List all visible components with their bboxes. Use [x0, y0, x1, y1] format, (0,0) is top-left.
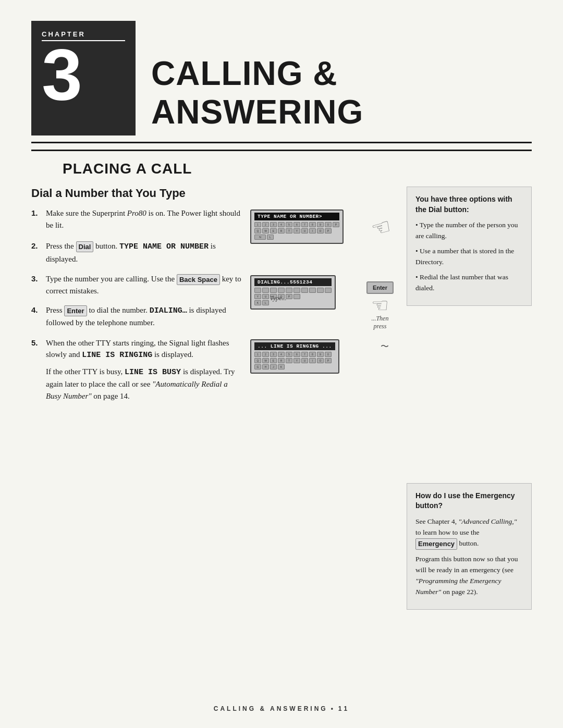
- d2ky: [293, 294, 300, 299]
- d2k7: [301, 288, 308, 293]
- step5-tty: LINE IS RINGING: [82, 351, 152, 360]
- keyrow3: N L: [254, 235, 339, 240]
- step4-body: Press Enter to dial the number. DIALING……: [46, 304, 243, 329]
- d2k3: [270, 288, 277, 293]
- d2k8: [309, 288, 316, 293]
- device1: TYPE NAME OR NUMBER> 1 2 3 4 5 6 7 8: [250, 209, 344, 244]
- type-label: Type...: [270, 294, 286, 302]
- d3k4: 4: [278, 352, 285, 357]
- d3kt: T: [286, 358, 292, 363]
- kw: W: [262, 228, 269, 233]
- d3kw: W: [262, 358, 269, 363]
- d3k6: 6: [293, 352, 300, 357]
- page-footer: CALLING & ANSWERING • 11: [0, 705, 563, 712]
- enter-key-box: Enter: [366, 281, 394, 294]
- step3-num: 3.: [31, 273, 46, 283]
- device3-screen: ... LINE IS RINGING ...: [254, 342, 335, 350]
- d3ke: E: [270, 358, 277, 363]
- step1-area: 1. Make sure the Superprint Pro80 is on.…: [31, 207, 391, 268]
- ke: E: [270, 228, 277, 233]
- d3-keyrow3: G H J K: [254, 364, 335, 369]
- enter-area: Enter ☞ ...Thenpress: [366, 281, 394, 330]
- step5-row: 5. When the other TTY starts ringing, th…: [31, 337, 243, 362]
- k4: 4: [278, 222, 285, 227]
- step5-busy: LINE IS BUSY: [125, 368, 181, 377]
- d3ky: Y: [293, 358, 300, 363]
- step1-body: Make sure the Superprint Pro80 is on. Th…: [46, 207, 243, 231]
- keyrow1: 1 2 3 4 5 6 7 8 9 0 P: [254, 222, 339, 227]
- step5-text: 5. When the other TTY starts ringing, th…: [31, 337, 243, 408]
- d3-keyrow2: Q W E R T Y U I O P: [254, 358, 335, 363]
- step4-dialing: DIALING…: [150, 306, 187, 315]
- kp: P: [333, 222, 339, 227]
- sidebar1-body: • Type the number of the person you are …: [415, 220, 523, 294]
- d3k7: 7: [301, 352, 308, 357]
- main-content: Dial a Number that You Type 1. Make sure…: [0, 177, 563, 619]
- d3k8: 8: [309, 352, 316, 357]
- k8: 8: [309, 222, 316, 227]
- step2-tty: TYPE NAME OR NUMBER: [119, 242, 209, 251]
- step3-text: 3. Type the number you are calling. Use …: [31, 273, 243, 332]
- step5-area: 5. When the other TTY starts ringing, th…: [31, 337, 391, 408]
- step4-num: 4.: [31, 304, 46, 314]
- d3kj: J: [270, 364, 277, 369]
- d2k4: [278, 288, 285, 293]
- left-column: Dial a Number that You Type 1. Make sure…: [31, 187, 407, 619]
- right-sidebar: You have three options with the Dial but…: [407, 187, 532, 619]
- k5: 5: [286, 222, 292, 227]
- sidebar2-para2: Program this button now so that you will…: [415, 554, 523, 598]
- sidebar1-bullet3: • Redial the last number that was dialed…: [415, 272, 523, 294]
- device3: ... LINE IS RINGING ... 1 2 3 4 5 6 7 8: [250, 339, 339, 374]
- sidebar2-italic1: "Advanced Calling,": [458, 517, 517, 525]
- k9: 9: [317, 222, 324, 227]
- step5-italic: "Automatically Redial a Busy Number": [46, 380, 228, 400]
- step2-num: 2.: [31, 240, 46, 250]
- kq: Q: [254, 228, 261, 233]
- sidebar2-body: See Chapter 4, "Advanced Calling," to le…: [415, 516, 523, 598]
- subsection-title: Dial a Number that You Type: [31, 187, 391, 200]
- sidebar1-bullet2: • Use a number that is stored in the Dir…: [415, 246, 523, 268]
- step4-row: 4. Press Enter to dial the number. DIALI…: [31, 304, 243, 329]
- k0: 0: [325, 222, 332, 227]
- kt: T: [286, 228, 292, 233]
- sidebar2-italic2: "Programming the Emergency Number": [415, 577, 501, 596]
- d3-keyrow1: 1 2 3 4 5 6 7 8 9 0: [254, 352, 335, 357]
- step2-row: 2. Press the Dial button. TYPE NAME OR N…: [31, 240, 243, 265]
- kop: P: [325, 228, 332, 233]
- d2kt: P: [286, 294, 292, 299]
- ko: O: [317, 228, 324, 233]
- d2k2: [262, 288, 269, 293]
- d3k2: 2: [262, 352, 269, 357]
- d2k9: [317, 288, 324, 293]
- sidebar-box-1: You have three options with the Dial but…: [407, 187, 532, 306]
- sidebar1-bullet1: • Type the number of the person you are …: [415, 220, 523, 242]
- d2k6: [293, 288, 300, 293]
- device2-keys: Y U I O P K L: [254, 288, 332, 305]
- step1-num: 1.: [31, 207, 46, 217]
- hand1-icon: ☞: [368, 213, 394, 242]
- step5-num: 5.: [31, 337, 46, 347]
- step1-row: 1. Make sure the Superprint Pro80 is on.…: [31, 207, 243, 231]
- d3k3: 3: [270, 352, 277, 357]
- device2-col: DIALING...5551234: [250, 275, 391, 310]
- page: CHAPTER 3 CALLING & ANSWERING PLACING A …: [0, 0, 563, 728]
- d3kq: Q: [254, 358, 261, 363]
- backspace-key: Back Space: [177, 274, 220, 286]
- d2k5: [286, 288, 292, 293]
- sidebar2-para1: See Chapter 4, "Advanced Calling," to le…: [415, 516, 523, 550]
- d2k0: [325, 288, 332, 293]
- then-press-label: ...Thenpress: [371, 315, 388, 330]
- footer-dot: •: [331, 705, 335, 712]
- sidebar-box-2: How do I use the Emergency button? See C…: [407, 483, 532, 610]
- chapter-title: CALLING & ANSWERING: [136, 54, 532, 135]
- d3ko: O: [317, 358, 324, 363]
- chapter-box: CHAPTER 3: [31, 21, 136, 135]
- k2: 2: [262, 222, 269, 227]
- device1-col: TYPE NAME OR NUMBER> 1 2 3 4 5 6 7 8: [250, 209, 391, 244]
- d2kl: L: [262, 300, 269, 305]
- step2-body: Press the Dial button. TYPE NAME OR NUMB…: [46, 240, 243, 265]
- hand2-icon: ☞: [371, 294, 389, 317]
- keyrow2: Q W E R T Y U I O P: [254, 228, 339, 233]
- enter-key: Enter: [64, 305, 87, 317]
- k3: 3: [270, 222, 277, 227]
